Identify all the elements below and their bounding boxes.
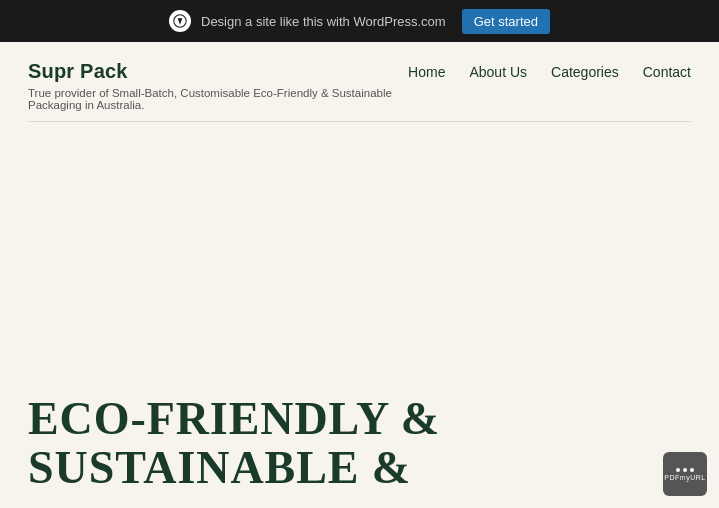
main-content: ECO-FRIENDLY & SUSTAINABLE & <box>0 122 719 508</box>
wordpress-logo-icon <box>169 10 191 32</box>
site-title[interactable]: Supr Pack <box>28 60 408 83</box>
get-started-button[interactable]: Get started <box>462 9 550 34</box>
site-description: True provider of Small-Batch, Customisab… <box>28 87 408 111</box>
pdf-dot-2 <box>683 468 687 472</box>
pdf-icon-inner: PDFmyURL <box>664 468 705 481</box>
pdf-label: PDFmyURL <box>664 474 705 481</box>
wordpress-banner: Design a site like this with WordPress.c… <box>0 0 719 42</box>
nav-categories[interactable]: Categories <box>551 64 619 80</box>
pdf-dot-3 <box>690 468 694 472</box>
nav-contact[interactable]: Contact <box>643 64 691 80</box>
nav-about-us[interactable]: About Us <box>469 64 527 80</box>
hero-section: ECO-FRIENDLY & SUSTAINABLE & <box>28 395 440 492</box>
site-branding: Supr Pack True provider of Small-Batch, … <box>28 60 408 111</box>
pdf-dot-1 <box>676 468 680 472</box>
pdf-dots <box>676 468 694 472</box>
main-nav: Home About Us Categories Contact <box>408 60 691 80</box>
hero-line-2: SUSTAINABLE & <box>28 444 440 492</box>
hero-line-1: ECO-FRIENDLY & <box>28 395 440 443</box>
site-header: Supr Pack True provider of Small-Batch, … <box>0 42 719 121</box>
banner-text: Design a site like this with WordPress.c… <box>201 14 446 29</box>
pdf-my-url-button[interactable]: PDFmyURL <box>663 452 707 496</box>
nav-home[interactable]: Home <box>408 64 445 80</box>
